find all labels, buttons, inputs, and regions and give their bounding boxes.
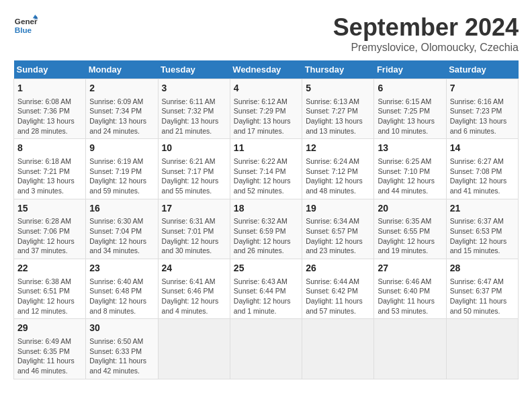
cell-16: 16Sunrise: 6:30 AM Sunset: 7:04 PM Dayli… — [86, 199, 158, 259]
col-header-saturday: Saturday — [446, 60, 518, 79]
week-row-3: 22Sunrise: 6:38 AM Sunset: 6:51 PM Dayli… — [14, 259, 519, 319]
cell-1: 1Sunrise: 6:08 AM Sunset: 7:36 PM Daylig… — [14, 79, 86, 139]
cell-empty — [446, 319, 518, 379]
cell-4: 4Sunrise: 6:12 AM Sunset: 7:29 PM Daylig… — [230, 79, 302, 139]
month-title: September 2024 — [333, 13, 519, 42]
week-row-2: 15Sunrise: 6:28 AM Sunset: 7:06 PM Dayli… — [14, 199, 519, 259]
cell-29: 29Sunrise: 6:49 AM Sunset: 6:35 PM Dayli… — [14, 319, 86, 379]
col-header-wednesday: Wednesday — [230, 60, 302, 79]
week-row-0: 1Sunrise: 6:08 AM Sunset: 7:36 PM Daylig… — [14, 79, 519, 139]
cell-5: 5Sunrise: 6:13 AM Sunset: 7:27 PM Daylig… — [302, 79, 374, 139]
cell-12: 12Sunrise: 6:24 AM Sunset: 7:12 PM Dayli… — [302, 139, 374, 199]
col-header-thursday: Thursday — [302, 60, 374, 79]
cell-empty — [302, 319, 374, 379]
cell-19: 19Sunrise: 6:34 AM Sunset: 6:57 PM Dayli… — [302, 199, 374, 259]
cell-22: 22Sunrise: 6:38 AM Sunset: 6:51 PM Dayli… — [14, 259, 86, 319]
logo-icon: General Blue — [13, 13, 38, 38]
cell-3: 3Sunrise: 6:11 AM Sunset: 7:32 PM Daylig… — [158, 79, 230, 139]
col-header-friday: Friday — [374, 60, 446, 79]
cell-18: 18Sunrise: 6:32 AM Sunset: 6:59 PM Dayli… — [230, 199, 302, 259]
cell-empty — [158, 319, 230, 379]
cell-9: 9Sunrise: 6:19 AM Sunset: 7:19 PM Daylig… — [86, 139, 158, 199]
cell-7: 7Sunrise: 6:16 AM Sunset: 7:23 PM Daylig… — [446, 79, 518, 139]
cell-25: 25Sunrise: 6:43 AM Sunset: 6:44 PM Dayli… — [230, 259, 302, 319]
cell-15: 15Sunrise: 6:28 AM Sunset: 7:06 PM Dayli… — [14, 199, 86, 259]
cell-23: 23Sunrise: 6:40 AM Sunset: 6:48 PM Dayli… — [86, 259, 158, 319]
col-header-tuesday: Tuesday — [158, 60, 230, 79]
cell-24: 24Sunrise: 6:41 AM Sunset: 6:46 PM Dayli… — [158, 259, 230, 319]
cell-8: 8Sunrise: 6:18 AM Sunset: 7:21 PM Daylig… — [14, 139, 86, 199]
logo: General Blue — [13, 13, 38, 38]
cell-empty — [374, 319, 446, 379]
cell-6: 6Sunrise: 6:15 AM Sunset: 7:25 PM Daylig… — [374, 79, 446, 139]
cell-13: 13Sunrise: 6:25 AM Sunset: 7:10 PM Dayli… — [374, 139, 446, 199]
page-header: General Blue September 2024 Premyslovice… — [13, 13, 519, 54]
week-row-4: 29Sunrise: 6:49 AM Sunset: 6:35 PM Dayli… — [14, 319, 519, 379]
cell-10: 10Sunrise: 6:21 AM Sunset: 7:17 PM Dayli… — [158, 139, 230, 199]
cell-14: 14Sunrise: 6:27 AM Sunset: 7:08 PM Dayli… — [446, 139, 518, 199]
title-area: September 2024 Premyslovice, Olomoucky, … — [333, 13, 519, 54]
cell-21: 21Sunrise: 6:37 AM Sunset: 6:53 PM Dayli… — [446, 199, 518, 259]
col-header-monday: Monday — [86, 60, 158, 79]
cell-20: 20Sunrise: 6:35 AM Sunset: 6:55 PM Dayli… — [374, 199, 446, 259]
cell-26: 26Sunrise: 6:44 AM Sunset: 6:42 PM Dayli… — [302, 259, 374, 319]
cell-28: 28Sunrise: 6:47 AM Sunset: 6:37 PM Dayli… — [446, 259, 518, 319]
cell-30: 30Sunrise: 6:50 AM Sunset: 6:33 PM Dayli… — [86, 319, 158, 379]
cell-empty — [230, 319, 302, 379]
cell-17: 17Sunrise: 6:31 AM Sunset: 7:01 PM Dayli… — [158, 199, 230, 259]
cell-11: 11Sunrise: 6:22 AM Sunset: 7:14 PM Dayli… — [230, 139, 302, 199]
location-subtitle: Premyslovice, Olomoucky, Czechia — [333, 42, 519, 54]
cell-2: 2Sunrise: 6:09 AM Sunset: 7:34 PM Daylig… — [86, 79, 158, 139]
cell-27: 27Sunrise: 6:46 AM Sunset: 6:40 PM Dayli… — [374, 259, 446, 319]
header-row: SundayMondayTuesdayWednesdayThursdayFrid… — [14, 60, 519, 79]
svg-text:Blue: Blue — [15, 26, 32, 34]
col-header-sunday: Sunday — [14, 60, 86, 79]
week-row-1: 8Sunrise: 6:18 AM Sunset: 7:21 PM Daylig… — [14, 139, 519, 199]
calendar-table: SundayMondayTuesdayWednesdayThursdayFrid… — [13, 60, 519, 379]
